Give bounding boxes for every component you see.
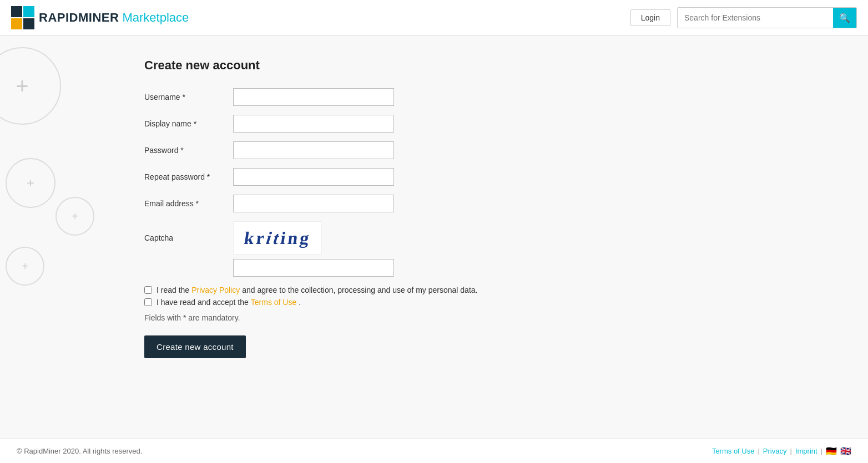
footer-right: Terms of Use | Privacy | Imprint | 🇩🇪 🇬🇧 [712,447,851,455]
captcha-text: kriting [243,228,312,248]
password-label: Password * [144,146,233,155]
deco-circle-4: + [6,247,44,286]
footer-imprint-link[interactable]: Imprint [795,447,817,455]
displayname-input[interactable] [233,115,394,133]
svg-rect-3 [23,18,34,29]
svg-rect-1 [23,6,34,17]
copyright-text: © RapidMiner 2020. All rights reserved. [17,447,142,455]
footer-terms-link[interactable]: Terms of Use [712,447,755,455]
repeat-password-label: Repeat password * [144,172,233,181]
captcha-row: Captcha kriting [144,221,835,255]
header-right: Login 🔍 [630,7,857,28]
deco-circle-1: + [0,47,61,125]
email-label: Email address * [144,199,233,208]
username-label: Username * [144,93,233,101]
privacy-policy-row: I read the Privacy Policy and agree to t… [144,286,835,294]
username-row: Username * [144,88,835,106]
form-area: Create new account Username * Display na… [111,36,868,439]
header: RAPIDMINER Marketplace Login 🔍 [0,0,868,36]
search-button[interactable]: 🔍 [833,8,856,28]
logo-area: RAPIDMINER Marketplace [11,6,630,29]
privacy-policy-suffix: and agree to the collection, processing … [242,286,477,294]
footer-sep-2: | [790,447,791,455]
search-container: 🔍 [677,7,857,28]
svg-rect-2 [11,18,22,29]
captcha-input[interactable] [233,259,394,277]
footer: © RapidMiner 2020. All rights reserved. … [0,439,868,463]
background-decoration: + + + + [0,36,111,439]
repeat-password-row: Repeat password * [144,168,835,186]
privacy-policy-checkbox[interactable] [144,286,152,294]
password-row: Password * [144,141,835,159]
search-icon: 🔍 [839,13,850,23]
displayname-label: Display name * [144,119,233,128]
privacy-policy-prefix: I read the [157,286,189,294]
form-title: Create new account [144,58,835,73]
search-input[interactable] [678,9,833,26]
displayname-row: Display name * [144,115,835,133]
mandatory-note: Fields with * are mandatory. [144,313,835,322]
terms-checkbox[interactable] [144,298,152,306]
privacy-policy-link[interactable]: Privacy Policy [191,286,240,294]
captcha-label: Captcha [144,233,233,242]
captcha-input-row [233,259,835,277]
brand-name: RAPIDMINER Marketplace [39,11,189,25]
footer-sep-3: | [821,447,822,455]
terms-row: I have read and accept the Terms of Use … [144,298,835,307]
footer-sep-1: | [758,447,759,455]
repeat-password-input[interactable] [233,168,394,186]
captcha-image: kriting [233,221,322,255]
email-row: Email address * [144,195,835,212]
footer-privacy-link[interactable]: Privacy [763,447,787,455]
main-content: + + + + Create new account Username * Di… [0,36,868,439]
terms-suffix: . [299,298,301,307]
terms-of-use-link[interactable]: Terms of Use [251,298,296,307]
username-input[interactable] [233,88,394,106]
create-account-button[interactable]: Create new account [144,335,246,358]
uk-flag-icon[interactable]: 🇬🇧 [840,447,851,455]
login-button[interactable]: Login [630,9,670,26]
password-input[interactable] [233,141,394,159]
deco-circle-2: + [6,158,55,208]
svg-rect-0 [11,6,22,17]
checkbox-section: I read the Privacy Policy and agree to t… [144,286,835,307]
deco-circle-3: + [55,197,94,236]
terms-prefix: I have read and accept the [157,298,249,307]
german-flag-icon[interactable]: 🇩🇪 [826,447,837,455]
rapidminer-logo-icon [11,6,34,29]
email-input[interactable] [233,195,394,212]
